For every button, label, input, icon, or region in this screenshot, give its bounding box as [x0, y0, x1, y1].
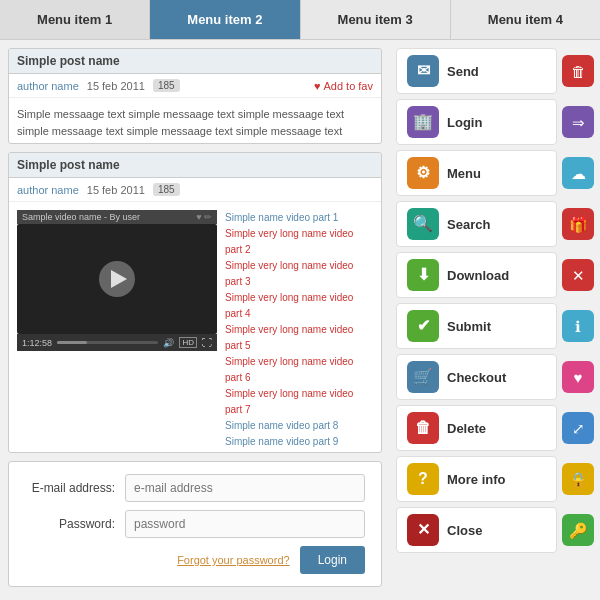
action-row: ⬇Download✕ [396, 252, 594, 298]
btn-main-icon: 🏢 [407, 106, 439, 138]
left-panel: Simple post name author name 15 feb 2011… [0, 40, 390, 595]
action-btn-label: Menu [447, 166, 481, 181]
main-layout: Simple post name author name 15 feb 2011… [0, 40, 600, 595]
btn-main-icon: ⬇ [407, 259, 439, 291]
btn-main-icon: ✕ [407, 514, 439, 546]
action-btn-label: Send [447, 64, 479, 79]
post-card-1: Simple post name author name 15 feb 2011… [8, 48, 382, 144]
list-item[interactable]: Simple name video part 8 [225, 418, 373, 434]
action-btn-label: Delete [447, 421, 486, 436]
password-label: Password: [25, 517, 125, 531]
action-btn-label: Submit [447, 319, 491, 334]
post-1-author[interactable]: author name [17, 80, 79, 92]
video-thumb[interactable] [17, 224, 217, 334]
password-input[interactable] [125, 510, 365, 538]
forgot-password-link[interactable]: Forgot your password? [177, 554, 290, 566]
menu-item-3[interactable]: Menu item 3 [301, 0, 451, 39]
menu-item-1[interactable]: Menu item 1 [0, 0, 150, 39]
fullscreen-icon[interactable]: ⛶ [202, 337, 212, 348]
post-2-author[interactable]: author name [17, 184, 79, 196]
post-2-date: 15 feb 2011 [87, 184, 145, 196]
action-row: 🗑Delete⤢ [396, 405, 594, 451]
post-card-1-title: Simple post name [9, 49, 381, 74]
play-triangle-icon [111, 270, 127, 288]
list-item[interactable]: Simple name video part 9 [225, 434, 373, 450]
post-2-body: Sample video name - By user ♥ ✏ 1:12:58 [9, 202, 381, 453]
volume-icon[interactable]: 🔊 [163, 338, 174, 348]
post-card-2: Simple post name author name 15 feb 2011… [8, 152, 382, 453]
video-progress-fill [57, 341, 87, 344]
action-row: ?More info🔒 [396, 456, 594, 502]
action-side-icon[interactable]: ♥ [562, 361, 594, 393]
action-btn-submit[interactable]: ✔Submit [396, 303, 557, 349]
action-side-icon[interactable]: ⤢ [562, 412, 594, 444]
list-item[interactable]: Simple very long name video part 4 [225, 290, 373, 322]
list-item[interactable]: Simple name video part 10 [225, 450, 373, 453]
action-btn-label: Close [447, 523, 482, 538]
btn-main-icon: ? [407, 463, 439, 495]
action-row: 🔍Search🎁 [396, 201, 594, 247]
btn-main-icon: 🔍 [407, 208, 439, 240]
action-btn-menu[interactable]: ⚙Menu [396, 150, 557, 196]
action-btn-checkout[interactable]: 🛒Checkout [396, 354, 557, 400]
action-btn-more-info[interactable]: ?More info [396, 456, 557, 502]
video-title-bar: Sample video name - By user ♥ ✏ [17, 210, 217, 224]
form-actions: Forgot your password? Login [25, 546, 365, 574]
action-btn-label: Download [447, 268, 509, 283]
add-to-fav-btn[interactable]: ♥ Add to fav [314, 80, 373, 92]
list-item[interactable]: Simple very long name video part 6 [225, 354, 373, 386]
action-side-icon[interactable]: 🔑 [562, 514, 594, 546]
email-row: E-mail address: [25, 474, 365, 502]
action-btn-delete[interactable]: 🗑Delete [396, 405, 557, 451]
top-menu: Menu item 1 Menu item 2 Menu item 3 Menu… [0, 0, 600, 40]
action-side-icon[interactable]: 🗑 [562, 55, 594, 87]
action-btn-send[interactable]: ✉Send [396, 48, 557, 94]
action-side-icon[interactable]: ⇒ [562, 106, 594, 138]
list-item[interactable]: Simple very long name video part 3 [225, 258, 373, 290]
video-icons: ♥ ✏ [196, 212, 212, 222]
action-side-icon[interactable]: 🔒 [562, 463, 594, 495]
action-btn-label: Login [447, 115, 482, 130]
action-row: ✔Submitℹ [396, 303, 594, 349]
action-row: ✕Close🔑 [396, 507, 594, 553]
action-btn-close[interactable]: ✕Close [396, 507, 557, 553]
video-controls: 1:12:58 🔊 HD ⛶ [17, 334, 217, 351]
post-card-2-title: Simple post name [9, 153, 381, 178]
video-list: Simple name video part 1Simple very long… [225, 210, 373, 453]
post-1-body: Simple messaage text simple messaage tex… [9, 98, 381, 144]
action-btn-label: More info [447, 472, 506, 487]
action-row: ⚙Menu☁ [396, 150, 594, 196]
list-item[interactable]: Simple very long name video part 2 [225, 226, 373, 258]
menu-item-2[interactable]: Menu item 2 [150, 0, 300, 39]
play-button[interactable] [99, 261, 135, 297]
login-form-card: E-mail address: Password: Forgot your pa… [8, 461, 382, 587]
action-side-icon[interactable]: 🎁 [562, 208, 594, 240]
btn-main-icon: 🛒 [407, 361, 439, 393]
hd-badge: HD [179, 337, 197, 348]
action-row: 🏢Login⇒ [396, 99, 594, 145]
list-item[interactable]: Simple very long name video part 5 [225, 322, 373, 354]
video-time: 1:12:58 [22, 338, 52, 348]
login-button[interactable]: Login [300, 546, 365, 574]
action-side-icon[interactable]: ☁ [562, 157, 594, 189]
action-btn-login[interactable]: 🏢Login [396, 99, 557, 145]
btn-main-icon: 🗑 [407, 412, 439, 444]
action-side-icon[interactable]: ℹ [562, 310, 594, 342]
post-1-date: 15 feb 2011 [87, 80, 145, 92]
btn-main-icon: ✉ [407, 55, 439, 87]
action-btn-label: Checkout [447, 370, 506, 385]
action-btn-search[interactable]: 🔍Search [396, 201, 557, 247]
action-row: 🛒Checkout♥ [396, 354, 594, 400]
menu-item-4[interactable]: Menu item 4 [451, 0, 600, 39]
action-btn-download[interactable]: ⬇Download [396, 252, 557, 298]
list-item[interactable]: Simple name video part 1 [225, 210, 373, 226]
post-card-1-meta: author name 15 feb 2011 185 ♥ Add to fav [9, 74, 381, 98]
video-player: Sample video name - By user ♥ ✏ 1:12:58 [17, 210, 217, 453]
post-card-2-meta: author name 15 feb 2011 185 [9, 178, 381, 202]
action-side-icon[interactable]: ✕ [562, 259, 594, 291]
video-progress-bar[interactable] [57, 341, 158, 344]
list-item[interactable]: Simple very long name video part 7 [225, 386, 373, 418]
action-btn-label: Search [447, 217, 490, 232]
email-input[interactable] [125, 474, 365, 502]
action-row: ✉Send🗑 [396, 48, 594, 94]
